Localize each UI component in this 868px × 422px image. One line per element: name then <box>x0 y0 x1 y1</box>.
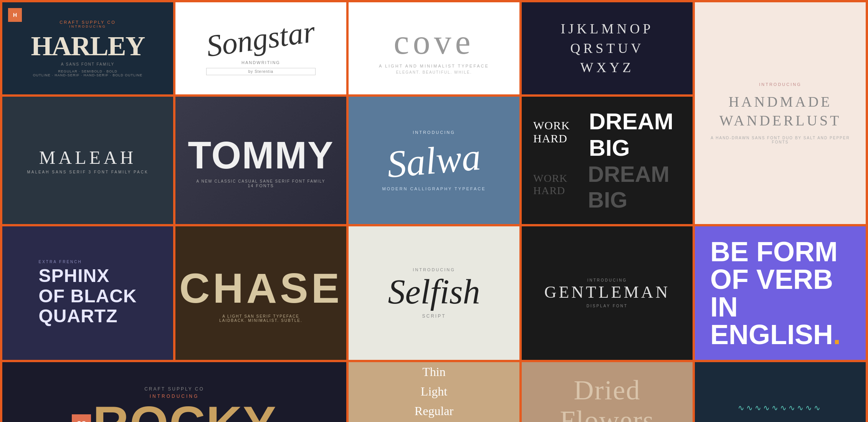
salwa-intro: INTRODUCING <box>382 130 486 135</box>
cell-songstar[interactable]: Songstar HANDWRITING by Sterentia <box>175 2 346 94</box>
harley-badge: H <box>8 8 22 22</box>
cell-ijkl[interactable]: IJKLMNOPQRSTUVWXYZ <box>522 2 693 94</box>
cove-desc: ELEGANT. BEAUTIFUL. WHILE. <box>379 70 489 74</box>
songstar-by: by Sterentia <box>206 68 316 75</box>
beform-dot: . <box>833 319 841 350</box>
handmade-intro: INTRODUCING <box>706 82 854 87</box>
rocky-title: ROCKY <box>93 399 277 422</box>
rocky-badge: CS <box>72 414 91 422</box>
workhard-big1: DREAM BIG <box>589 108 681 161</box>
harley-title: HARLEY <box>31 30 144 62</box>
ijkl-text: IJKLMNOPQRSTUVWXYZ <box>560 19 653 77</box>
cell-gentleman[interactable]: INTRODUCING GENTLEMAN DISPLAY FONT <box>522 226 693 360</box>
handmade-title: HANDMADEWANDERLUST <box>706 92 854 130</box>
cell-handmade[interactable]: INTRODUCING HANDMADEWANDERLUST A HAND-DR… <box>695 2 866 224</box>
harley-styles: OUTLINE · HAND-SERIF · HAND-SERIF · BOLD… <box>31 73 144 77</box>
selfish-type: SCRIPT <box>388 313 480 319</box>
cell-workhard[interactable]: WORK HARD DREAM BIG WORK HARD DREAM BIG <box>522 97 693 224</box>
salwa-title: Salwa <box>380 134 488 187</box>
selfish-intro: INTRODUCING <box>388 267 480 272</box>
chase-title: CHASE <box>179 264 342 312</box>
dried-title: DriedFlowersandGrass. <box>560 375 655 422</box>
cove-title: cove <box>379 22 489 62</box>
rocky-craft: CRAFT SUPPLY CO <box>72 386 277 392</box>
selfish-title: Selfish <box>388 272 480 312</box>
weight-regular: Regular <box>402 401 466 421</box>
tommy-sub: A NEW CLASSIC CASUAL SANE SERIF FONT FAM… <box>188 179 334 183</box>
cell-selfish[interactable]: INTRODUCING Selfish SCRIPT <box>349 226 519 360</box>
cell-harley[interactable]: H CRAFT SUPPLY CO INTRODUCING HARLEY A S… <box>2 2 173 94</box>
thin-weight-list: Thin Light Regular Medium Bold ExtraBold… <box>402 362 466 422</box>
font-grid: H CRAFT SUPPLY CO INTRODUCING HARLEY A S… <box>0 0 868 422</box>
cell-thin[interactable]: Thin Light Regular Medium Bold ExtraBold… <box>349 362 519 422</box>
cell-dried[interactable]: DriedFlowersandGrass. <box>522 362 693 422</box>
gentleman-sub: DISPLAY FONT <box>544 304 670 308</box>
handmade-desc: A HAND-DRAWN SANS FONT DUO BY SALT AND P… <box>706 136 854 144</box>
sphinx-title: SPHINXOF BLACKQUARTZ <box>39 266 137 326</box>
cell-cove[interactable]: cove A LIGHT AND MINIMALIST TYPEFACE ELE… <box>349 2 519 94</box>
tommy-count: 14 FONTS <box>188 183 334 188</box>
harley-introducing: INTRODUCING <box>31 25 144 28</box>
workhard-line2: WORK HARD <box>533 172 584 197</box>
cell-sphinx[interactable]: EXTRA FRENCH SPHINXOF BLACKQUARTZ <box>2 226 173 360</box>
salwa-sub: MODERN CALLIGRAPHY TYPEFACE <box>382 186 486 191</box>
cell-salwa[interactable]: INTRODUCING Salwa MODERN CALLIGRAPHY TYP… <box>349 97 519 224</box>
harley-subtitle: A SANS FONT FAMILY <box>31 62 144 66</box>
weight-light: Light <box>402 382 466 401</box>
chase-sub: A LIGHT SAN SERIF TYPEFACELAIDBACK. MINI… <box>179 314 342 323</box>
workhard-line1: WORK HARD <box>533 119 585 145</box>
cell-summer[interactable]: ∿∿∿∿∿∿∿∿∿∿ SUMMER ∿∿∿∿∿∿∿∿∿∿ <box>695 362 866 422</box>
maleah-title: MALEAH <box>27 147 148 168</box>
cell-rocky[interactable]: CRAFT SUPPLY CO INTRODUCING CS ROCKY A D… <box>2 362 346 422</box>
cell-tommy[interactable]: TOMMY A NEW CLASSIC CASUAL SANE SERIF FO… <box>175 97 346 224</box>
gentleman-intro: INTRODUCING <box>544 278 670 282</box>
sphinx-sub: EXTRA FRENCH <box>39 260 137 264</box>
cell-beform[interactable]: BE FORM OF VERB IN ENGLISH. <box>695 226 866 360</box>
cove-subtitle: A LIGHT AND MINIMALIST TYPEFACE <box>379 64 489 68</box>
cell-maleah[interactable]: MALEAH MALEAH SANS SERIF 3 FONT FAMILY P… <box>2 97 173 224</box>
harley-tagline: REGULAR · SEMIBOLD · BOLD <box>31 69 144 73</box>
weight-thin: Thin <box>402 362 466 382</box>
harley-craft: CRAFT SUPPLY CO <box>31 20 144 25</box>
songstar-title: Songstar <box>204 14 317 64</box>
summer-deco-top: ∿∿∿∿∿∿∿∿∿∿ <box>704 403 856 412</box>
workhard-big2: DREAM BIG <box>588 161 681 213</box>
summer-title: SUMMER <box>704 418 856 422</box>
tommy-title: TOMMY <box>188 133 334 177</box>
cell-chase[interactable]: CHASE A LIGHT SAN SERIF TYPEFACELAIDBACK… <box>175 226 346 360</box>
beform-text: BE FORM OF VERB IN ENGLISH. <box>710 238 850 348</box>
gentleman-title: GENTLEMAN <box>544 282 670 302</box>
maleah-sub: MALEAH SANS SERIF 3 FONT FAMILY PACK <box>27 170 148 174</box>
